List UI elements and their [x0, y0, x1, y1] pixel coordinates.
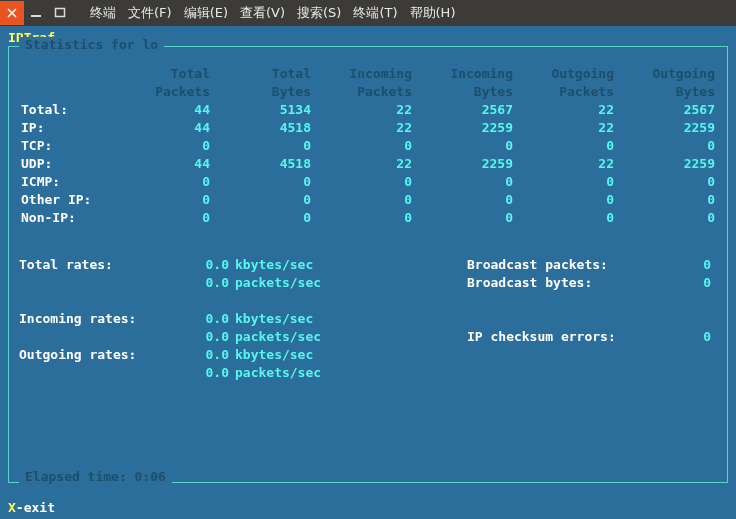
exit-label: -exit: [16, 500, 55, 515]
close-button[interactable]: [0, 1, 24, 25]
total-rates-label: Total rates:: [19, 257, 169, 272]
maximize-button[interactable]: [48, 1, 72, 25]
svg-rect-0: [31, 15, 41, 17]
outgoing-rate-pk: 0.0: [169, 365, 229, 380]
exit-key[interactable]: X: [8, 500, 16, 515]
minimize-button[interactable]: [24, 1, 48, 25]
row-total: Total: 44 5134 22 2567 22 2567: [15, 101, 721, 119]
terminal-area: IPTraf Statistics for lo Total Total Inc…: [0, 26, 736, 519]
row-ip: IP: 44 4518 22 2259 22 2259: [15, 119, 721, 137]
menu-file[interactable]: 文件(F): [128, 4, 172, 22]
incoming-rate-kb: 0.0: [169, 311, 229, 326]
incoming-rate-pk: 0.0: [169, 329, 229, 344]
menu-search[interactable]: 搜索(S): [297, 4, 341, 22]
row-nonip: Non-IP: 0 0 0 0 0 0: [15, 209, 721, 227]
menu-terminal2[interactable]: 终端(T): [353, 4, 397, 22]
row-otherip: Other IP: 0 0 0 0 0 0: [15, 191, 721, 209]
box-title: Statistics for lo: [19, 37, 164, 52]
menu-terminal[interactable]: 终端: [90, 4, 116, 22]
svg-rect-1: [56, 9, 65, 17]
total-rate-pk: 0.0: [169, 275, 229, 290]
rates-section: Total rates: 0.0 kbytes/sec Broadcast pa…: [19, 257, 717, 383]
stats-box: Statistics for lo Total Total Incoming I…: [8, 46, 728, 483]
incoming-rates-label: Incoming rates:: [19, 311, 169, 326]
cksum-val: 0: [657, 329, 717, 344]
row-tcp: TCP: 0 0 0 0 0 0: [15, 137, 721, 155]
bc-packets-val: 0: [657, 257, 717, 272]
outgoing-rates-label: Outgoing rates:: [19, 347, 169, 362]
elapsed-time: Elapsed time: 0:06: [19, 469, 172, 484]
bc-packets-label: Broadcast packets:: [467, 257, 657, 272]
outgoing-rate-kb: 0.0: [169, 347, 229, 362]
row-udp: UDP: 44 4518 22 2259 22 2259: [15, 155, 721, 173]
bc-bytes-val: 0: [657, 275, 717, 290]
header-row-2: Packets Bytes Packets Bytes Packets Byte…: [15, 83, 721, 101]
menu-edit[interactable]: 编辑(E): [184, 4, 228, 22]
header-row-1: Total Total Incoming Incoming Outgoing O…: [15, 65, 721, 83]
window-titlebar: 终端 文件(F) 编辑(E) 查看(V) 搜索(S) 终端(T) 帮助(H): [0, 0, 736, 26]
menu-view[interactable]: 查看(V): [240, 4, 285, 22]
footer-hint: X-exit: [8, 500, 55, 515]
stats-table: Total Total Incoming Incoming Outgoing O…: [15, 65, 721, 227]
menubar: 终端 文件(F) 编辑(E) 查看(V) 搜索(S) 终端(T) 帮助(H): [72, 4, 736, 22]
bc-bytes-label: Broadcast bytes:: [467, 275, 657, 290]
cksum-label: IP checksum errors:: [467, 329, 657, 344]
row-icmp: ICMP: 0 0 0 0 0 0: [15, 173, 721, 191]
total-rate-kb: 0.0: [169, 257, 229, 272]
menu-help[interactable]: 帮助(H): [410, 4, 456, 22]
